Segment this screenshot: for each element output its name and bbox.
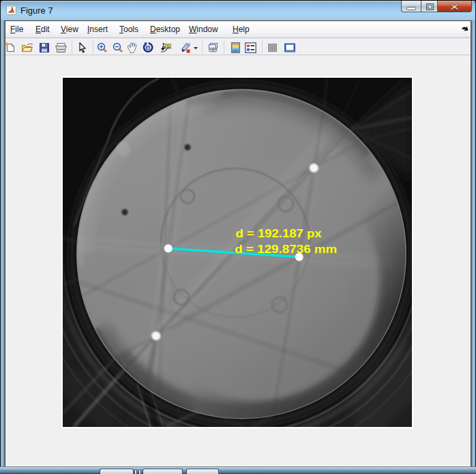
- svg-text:d = 129.8736 mm: d = 129.8736 mm: [235, 243, 337, 256]
- svg-text:d = 192.187 px: d = 192.187 px: [236, 227, 323, 240]
